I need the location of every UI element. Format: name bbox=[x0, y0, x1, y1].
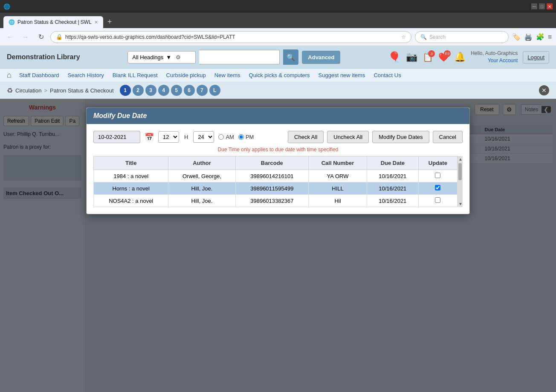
modal-row2-callnum: HILL bbox=[309, 182, 367, 195]
extensions-icon[interactable]: 🧩 bbox=[536, 33, 544, 41]
modal-col-author: Author bbox=[168, 156, 235, 170]
modal-row2-duedate: 10/16/2021 bbox=[367, 182, 418, 195]
app-header: Demonstration Library All Headings ▼ ⚙ 🔍… bbox=[0, 46, 556, 69]
breadcrumb-home-icon[interactable]: ♻ bbox=[7, 86, 13, 95]
refresh-button[interactable]: ↻ bbox=[35, 31, 47, 43]
search-input[interactable] bbox=[199, 50, 280, 64]
modal-row3-checkbox[interactable] bbox=[435, 197, 440, 203]
minimize-button[interactable]: ─ bbox=[531, 3, 537, 9]
nav-staff-dashboard[interactable]: Staff Dashboard bbox=[18, 70, 60, 80]
modal-scrollbar[interactable]: ▲ ▼ bbox=[458, 156, 463, 207]
nav-contact[interactable]: Contact Us bbox=[373, 70, 402, 80]
modal-row2-checkbox[interactable] bbox=[435, 185, 440, 190]
menu-icon[interactable]: ≡ bbox=[548, 33, 552, 41]
nav-search-history[interactable]: Search History bbox=[67, 70, 105, 80]
step-2[interactable]: 2 bbox=[133, 85, 144, 96]
app-title: Demonstration Library bbox=[7, 53, 80, 61]
modal-header: Modify Due Date bbox=[87, 108, 469, 124]
forward-button[interactable]: → bbox=[20, 31, 32, 43]
nav-blank-ill[interactable]: Blank ILL Request bbox=[112, 70, 159, 80]
url-bar[interactable]: 🔒 https://qa-swls-verso.auto-graphics.co… bbox=[50, 31, 411, 43]
bookmark-icon[interactable]: ☆ bbox=[401, 34, 406, 40]
hello-text: Hello, Auto-Graphics bbox=[471, 50, 518, 57]
modal-row3-barcode: 39896013382367 bbox=[235, 195, 308, 207]
modal-row3-author: Hill, Joe. bbox=[168, 195, 235, 207]
tab-title: Patron Status & Checkout | SWL bbox=[17, 19, 92, 25]
modal-title: Modify Due Date bbox=[93, 112, 147, 120]
app-content: Demonstration Library All Headings ▼ ⚙ 🔍… bbox=[0, 46, 556, 392]
modal-row3-callnum: Hil bbox=[309, 195, 367, 207]
step-1[interactable]: 1 bbox=[120, 85, 131, 96]
modal-col-title: Title bbox=[94, 156, 168, 170]
home-nav-icon[interactable]: ⌂ bbox=[7, 71, 12, 80]
modify-due-dates-button[interactable]: Modify Due Dates bbox=[372, 131, 429, 143]
step-4[interactable]: 4 bbox=[158, 85, 169, 96]
nav-suggest[interactable]: Suggest new items bbox=[318, 70, 366, 80]
modal-col-callnum: Call Number bbox=[309, 156, 367, 170]
browser-search-bar[interactable]: 🔍 Search bbox=[415, 31, 509, 43]
url-text: https://qa-swls-verso.auto-graphics.com/… bbox=[65, 34, 235, 40]
your-account-link[interactable]: Your Account bbox=[471, 57, 518, 64]
modal-table-row-selected: Horns : a novel Hill, Joe. 3989601159549… bbox=[94, 182, 458, 195]
new-tab-button[interactable]: + bbox=[104, 16, 116, 28]
due-date-input[interactable] bbox=[93, 131, 140, 143]
minute-select[interactable]: 24 00 15 30 45 bbox=[193, 131, 214, 143]
advanced-button[interactable]: Advanced bbox=[302, 51, 340, 64]
step-l[interactable]: L bbox=[209, 85, 220, 96]
address-bar: ← → ↻ 🔒 https://qa-swls-verso.auto-graph… bbox=[0, 28, 556, 46]
pm-radio-label[interactable]: PM bbox=[238, 134, 254, 140]
print-icon[interactable]: 🖨️ bbox=[524, 33, 533, 41]
bell-icon-button[interactable]: 🔔 bbox=[454, 52, 466, 63]
modal-row1-title: 1984 : a novel bbox=[94, 170, 168, 182]
am-radio[interactable] bbox=[218, 134, 224, 140]
modal-row1-checkbox[interactable] bbox=[435, 173, 440, 178]
title-bar: 🌐 ─ □ ✕ bbox=[0, 0, 556, 13]
tab-bar: 🌐 Patron Status & Checkout | SWL ✕ + bbox=[0, 13, 556, 28]
camera-icon-button[interactable]: 📷 bbox=[406, 52, 417, 63]
nav-quick-picks[interactable]: Quick picks & computers bbox=[248, 70, 311, 80]
step-5[interactable]: 5 bbox=[171, 85, 182, 96]
settings-icon[interactable]: ⚙ bbox=[176, 54, 181, 61]
search-category-dropdown[interactable]: All Headings ▼ ⚙ bbox=[127, 51, 196, 63]
step-3[interactable]: 3 bbox=[145, 85, 156, 96]
main-area: Warnings Refresh Patron Edit Pa User: Ph… bbox=[0, 99, 556, 392]
hour-select[interactable]: 12 1 2 bbox=[158, 131, 179, 143]
cancel-button[interactable]: Cancel bbox=[433, 131, 463, 143]
balloon-icon-button[interactable]: 🎈 bbox=[388, 51, 401, 63]
nav-new-items[interactable]: New items bbox=[214, 70, 241, 80]
pm-radio[interactable] bbox=[238, 134, 244, 140]
modal-overlay: Modify Due Date 📅 12 1 2 bbox=[0, 99, 556, 392]
browser-toolbar-icons: 🏷️ 🖨️ 🧩 ≡ bbox=[512, 33, 552, 41]
bookmark-manager-icon[interactable]: 🏷️ bbox=[512, 33, 521, 41]
step-7[interactable]: 7 bbox=[197, 85, 208, 96]
active-tab[interactable]: 🌐 Patron Status & Checkout | SWL ✕ bbox=[3, 16, 103, 28]
logout-button[interactable]: Logout bbox=[523, 51, 549, 63]
nav-bar: ⌂ Staff Dashboard Search History Blank I… bbox=[0, 69, 556, 82]
heart-icon-button[interactable]: ❤️ F9 bbox=[438, 52, 449, 62]
back-button[interactable]: ← bbox=[4, 31, 16, 43]
modal-body: 📅 12 1 2 H 24 00 15 30 bbox=[87, 124, 469, 214]
search-button[interactable]: 🔍 bbox=[283, 49, 298, 65]
step-6[interactable]: 6 bbox=[184, 85, 195, 96]
title-bar-left: 🌐 bbox=[3, 3, 10, 10]
modal-row1-callnum: YA ORW bbox=[309, 170, 367, 182]
close-button[interactable]: ✕ bbox=[547, 3, 553, 9]
am-label: AM bbox=[226, 134, 234, 140]
list-icon-button[interactable]: 📋 3 bbox=[423, 52, 433, 62]
calendar-icon[interactable]: 📅 bbox=[145, 133, 154, 142]
tab-favicon: 🌐 bbox=[9, 19, 15, 25]
h-label: H bbox=[184, 134, 188, 140]
tab-close-icon[interactable]: ✕ bbox=[94, 20, 98, 25]
breadcrumb-bar: ♻ Circulation > Patron Status & Checkout… bbox=[0, 82, 556, 99]
maximize-button[interactable]: □ bbox=[539, 3, 545, 9]
nav-curbside[interactable]: Curbside pickup bbox=[165, 70, 207, 80]
modal-col-barcode: Barcode bbox=[235, 156, 308, 170]
modal-controls-row: 📅 12 1 2 H 24 00 15 30 bbox=[93, 131, 463, 143]
close-breadcrumb-button[interactable]: ✕ bbox=[539, 85, 549, 95]
check-all-button[interactable]: Check All bbox=[288, 131, 324, 143]
am-radio-label[interactable]: AM bbox=[218, 134, 234, 140]
uncheck-all-button[interactable]: Uncheck All bbox=[327, 131, 369, 143]
modal-scroll-thumb[interactable] bbox=[458, 163, 462, 180]
modal-row2-author: Hill, Joe. bbox=[168, 182, 235, 195]
modal-col-duedate: Due Date bbox=[367, 156, 418, 170]
